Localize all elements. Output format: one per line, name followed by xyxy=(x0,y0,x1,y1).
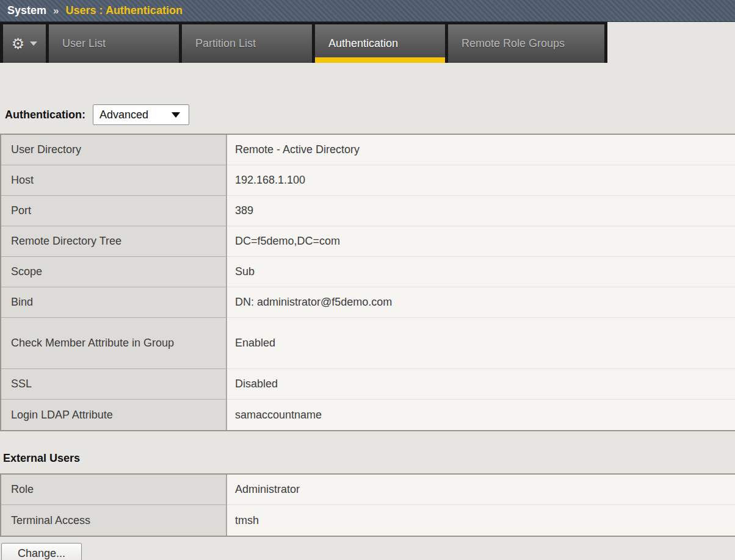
row-value: 192.168.1.100 xyxy=(227,165,735,196)
options-menu-button[interactable]: ⚙ xyxy=(3,24,46,63)
row-label: Role xyxy=(1,475,227,505)
row-label: Terminal Access xyxy=(1,505,227,536)
table-row: RoleAdministrator xyxy=(1,475,735,505)
authentication-mode-label: Authentication: xyxy=(5,109,85,121)
row-label: User Directory xyxy=(1,135,227,165)
breadcrumb-section[interactable]: System xyxy=(7,4,46,17)
tab-label: User List xyxy=(62,37,106,50)
table-row: SSLDisabled xyxy=(1,369,735,400)
authentication-settings-table: User DirectoryRemote - Active DirectoryH… xyxy=(0,134,735,431)
tab-bar: ⚙ User ListPartition ListAuthenticationR… xyxy=(0,22,735,63)
row-value: DC=f5demo,DC=com xyxy=(227,226,735,257)
select-arrow-icon xyxy=(172,112,180,118)
row-value: tmsh xyxy=(227,505,735,536)
authentication-mode-row: Authentication: Advanced xyxy=(0,104,735,125)
table-row: ScopeSub xyxy=(1,257,735,287)
breadcrumb-separator: » xyxy=(53,5,59,17)
row-value: Disabled xyxy=(227,369,735,400)
external-users-table: RoleAdministratorTerminal Accesstmsh xyxy=(0,473,735,537)
row-value: Remote - Active Directory xyxy=(227,135,735,165)
row-label: Scope xyxy=(1,257,227,287)
row-value: 389 xyxy=(227,196,735,226)
table-row: Login LDAP Attributesamaccountname xyxy=(1,400,735,430)
tab-label: Partition List xyxy=(195,37,256,50)
authentication-mode-value: Advanced xyxy=(100,109,148,121)
row-label: Login LDAP Attribute xyxy=(1,400,227,430)
tab-strip: ⚙ User ListPartition ListAuthenticationR… xyxy=(0,22,607,63)
row-label: Bind xyxy=(1,287,227,318)
table-row: Port389 xyxy=(1,196,735,226)
breadcrumb: System » Users : Authentication xyxy=(0,0,735,22)
tab-label: Authentication xyxy=(328,37,398,50)
row-value: Enabled xyxy=(227,318,735,369)
row-value: samaccountname xyxy=(227,400,735,430)
tab-partition-list[interactable]: Partition List xyxy=(182,24,312,63)
chevron-down-icon xyxy=(30,41,37,46)
row-label: Host xyxy=(1,165,227,196)
gear-icon: ⚙ xyxy=(12,37,25,51)
row-label: Check Member Attribute in Group xyxy=(1,318,227,369)
row-value: Administrator xyxy=(227,475,735,505)
external-users-heading: External Users xyxy=(0,452,735,465)
tab-label: Remote Role Groups xyxy=(462,37,565,50)
table-row: User DirectoryRemote - Active Directory xyxy=(1,135,735,165)
tab-user-list[interactable]: User List xyxy=(49,24,179,63)
change-button[interactable]: Change... xyxy=(1,543,82,560)
table-row: Remote Directory TreeDC=f5demo,DC=com xyxy=(1,226,735,257)
active-tab-indicator xyxy=(315,57,445,63)
authentication-mode-select[interactable]: Advanced xyxy=(93,104,189,125)
breadcrumb-page-title: Users : Authentication xyxy=(66,4,183,17)
table-row: Terminal Accesstmsh xyxy=(1,505,735,536)
row-label: Remote Directory Tree xyxy=(1,226,227,257)
row-value: Sub xyxy=(227,257,735,287)
tab-remote-role-groups[interactable]: Remote Role Groups xyxy=(448,24,604,63)
table-row: BindDN: administrator@f5demo.com xyxy=(1,287,735,318)
row-label: Port xyxy=(1,196,227,226)
table-row: Host192.168.1.100 xyxy=(1,165,735,196)
row-label: SSL xyxy=(1,369,227,400)
button-row: Change... xyxy=(0,543,735,560)
tab-authentication[interactable]: Authentication xyxy=(315,24,445,63)
row-value: DN: administrator@f5demo.com xyxy=(227,287,735,318)
table-row: Check Member Attribute in GroupEnabled xyxy=(1,318,735,369)
